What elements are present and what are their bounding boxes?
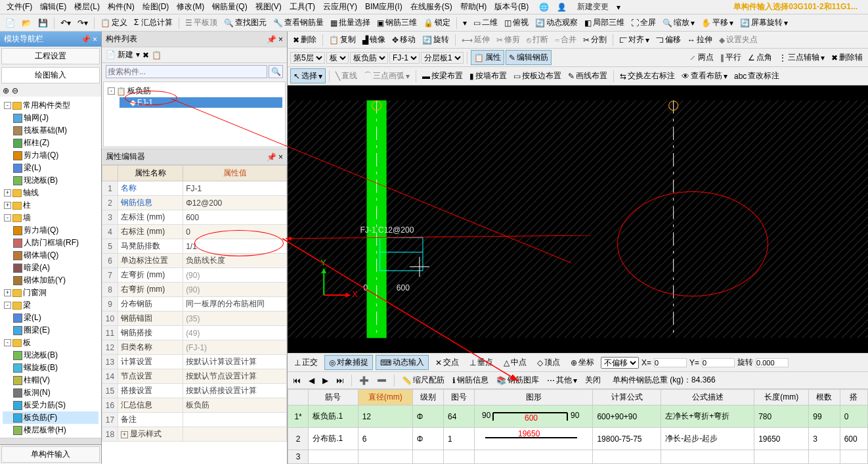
intersect-snap[interactable]: ✕ 交点 [431, 356, 463, 369]
rebar-info-button[interactable]: ℹ 钢筋信息 [450, 373, 491, 387]
ortho-toggle[interactable]: ⊥ 正交 [290, 356, 322, 369]
by-slab-button[interactable]: ▭ 按板边布置 [511, 69, 564, 83]
menu-draw[interactable]: 绘图(D) [139, 0, 173, 14]
copy-icon[interactable]: 📋 [152, 51, 162, 60]
close-button[interactable]: 关闭 [582, 373, 603, 387]
property-row[interactable]: 12归类名称(FJ-1) [102, 340, 287, 355]
tree-item[interactable]: 圈梁(E) [3, 324, 98, 336]
tree-item[interactable]: 现浇板(B) [3, 349, 98, 361]
dropdown-icon[interactable]: ▾ [460, 17, 469, 29]
pin-icon[interactable]: 📌 × [267, 152, 283, 162]
copy-button[interactable]: 📋 复制 [326, 33, 358, 47]
property-row[interactable]: 15搭接设置按默认搭接设置计算 [102, 384, 287, 398]
redo-icon[interactable]: ↷▾ [75, 17, 91, 29]
align-button[interactable]: ⫍ 对齐 ▾ [617, 33, 652, 47]
screen-rotate-button[interactable]: 🔄 屏幕旋转 ▾ [737, 16, 791, 30]
parallel-button[interactable]: ∥ 平行 [718, 51, 744, 64]
rebar-3d-button[interactable]: ▣ 钢筋三维 [374, 16, 420, 30]
item-select[interactable]: FJ-1 [389, 52, 420, 64]
set-clip-button[interactable]: ◆ 设置夹点 [716, 33, 760, 47]
mid-snap[interactable]: △ 中点 [500, 356, 531, 369]
view-rebar-qty-button[interactable]: 🔧 查看钢筋量 [271, 16, 326, 30]
expander-icon[interactable]: + [4, 189, 11, 197]
top-view-button[interactable]: ◫ 俯视 [502, 16, 531, 30]
tree-item[interactable]: + 柱 [3, 199, 98, 212]
zoom-button[interactable]: 🔍 缩放 ▾ [660, 16, 697, 30]
tree-item[interactable]: 暗梁(A) [3, 262, 98, 274]
remove-icon[interactable]: ➖ [374, 375, 389, 386]
mirror-button[interactable]: ▟ 镜像 [360, 33, 388, 47]
nav-first-icon[interactable]: ⏮ [290, 375, 303, 386]
offset-button[interactable]: ⫎ 偏移 [653, 33, 684, 47]
expander-icon[interactable]: - [4, 102, 11, 109]
2d-button[interactable]: ▭ 二维 [471, 16, 500, 30]
component-fj1[interactable]: ◆ FJ-1 [119, 97, 282, 108]
by-wall-button[interactable]: ▮ 按墙布置 [467, 69, 510, 83]
pin-icon[interactable]: 📌 × [81, 35, 97, 44]
expander-icon[interactable]: - [4, 339, 11, 346]
two-point-button[interactable]: ⟋ 两点 [686, 51, 716, 64]
subcategory-select[interactable]: 板负筋 [350, 52, 388, 64]
property-row[interactable]: 18+ 显示样式 [102, 427, 287, 442]
property-row[interactable]: 10钢筋锚固(35) [102, 312, 287, 326]
batch-select-button[interactable]: ▦ 批量选择 [328, 16, 373, 30]
del-aux-button[interactable]: ✖ 删除辅 [829, 51, 865, 64]
select-button[interactable]: ↖ 选择 ▾ [290, 68, 326, 83]
single-input-tab[interactable]: 单构件输入 [1, 446, 100, 463]
tree-item[interactable]: 砌体加筋(Y) [3, 274, 98, 287]
search-input[interactable] [106, 65, 267, 78]
tree-item[interactable]: - 梁 [3, 299, 98, 312]
fullscreen-button[interactable]: ⛶ 全屏 [628, 16, 659, 30]
menu-component[interactable]: 构件(N) [104, 0, 139, 14]
category-select[interactable]: 板 [326, 52, 349, 64]
tree-item[interactable]: - 板 [3, 336, 98, 349]
expand-icon[interactable]: ⊕ [3, 86, 9, 95]
dynamic-observe-button[interactable]: 🔄 动态观察 [532, 16, 580, 30]
tree-item[interactable]: 砌体墙(Q) [3, 249, 98, 262]
tree-item[interactable]: 轴网(J) [3, 112, 98, 124]
tree-item[interactable]: 剪力墙(Q) [3, 224, 98, 237]
sit-snap[interactable]: ⊕ 坐标 [567, 356, 598, 369]
menu-edit[interactable]: 编辑(E) [36, 0, 70, 14]
expander-icon[interactable]: - [4, 214, 11, 221]
menu-tools[interactable]: 工具(T) [286, 0, 319, 14]
tree-item[interactable]: 现浇板(B) [3, 174, 98, 187]
new-component-button[interactable]: 📄 新建 ▾ [106, 49, 140, 60]
undo-icon[interactable]: ↶▾ [58, 17, 74, 29]
property-row[interactable]: 9分布钢筋同一板厚的分布筋相同 [102, 297, 287, 312]
component-instance-tree[interactable]: - 📋 板负筋 ◆ FJ-1 [103, 81, 286, 147]
sigma-button[interactable]: Σ 汇总计算 [131, 16, 175, 30]
split-button[interactable]: ✂ 分割 [580, 33, 609, 47]
property-row[interactable]: 8右弯折 (mm)(90) [102, 283, 287, 297]
expander-icon[interactable]: + [121, 431, 128, 438]
find-button[interactable]: 🔍 查找图元 [221, 16, 269, 30]
menu-rebar[interactable]: 钢筋量(Q) [208, 0, 251, 14]
property-row[interactable]: 1名称FJ-1 [102, 181, 287, 196]
save-icon[interactable]: 💾 [35, 17, 51, 29]
menu-help[interactable]: 帮助(H) [456, 0, 491, 14]
rebar-lib-button[interactable]: 📚 钢筋图库 [494, 373, 542, 387]
tree-item[interactable]: 板受力筋(S) [3, 399, 98, 411]
nav-next-icon[interactable]: ▶ [320, 375, 331, 386]
pin-icon[interactable]: 📌 × [267, 35, 283, 44]
menu-view[interactable]: 视图(V) [251, 0, 286, 14]
merge-button[interactable]: ⎓ 合并 [552, 33, 579, 47]
tree-item[interactable]: 筏板基础(M) [3, 124, 98, 137]
menu-floor[interactable]: 楼层(L) [70, 0, 104, 14]
draw-input-tab[interactable]: 绘图输入 [1, 67, 100, 83]
vertex-snap[interactable]: ◇ 顶点 [533, 356, 564, 369]
by-beam-button[interactable]: ▬ 按梁布置 [420, 69, 466, 83]
tree-item[interactable]: - 常用构件类型 [3, 99, 98, 112]
tree-item[interactable]: 梁(L) [3, 312, 98, 324]
tree-item[interactable]: 剪力墙(Q) [3, 149, 98, 162]
property-grid[interactable]: 属性名称属性值 1名称FJ-12钢筋信息Φ12@2003左标注 (mm)6004… [102, 165, 287, 464]
menu-file[interactable]: 文件(F) [3, 0, 36, 14]
tree-item[interactable]: 板负筋(F) [3, 411, 98, 424]
property-row[interactable]: 17备注 [102, 413, 287, 427]
delete-icon[interactable]: ✖ [142, 51, 149, 60]
rebar-row[interactable]: 2分布筋.16Φ11965019800-75-75净长-起步-起步1965036… [288, 428, 868, 450]
property-row[interactable]: 3左标注 (mm)600 [102, 210, 287, 225]
edit-rebar-button[interactable]: ✎ 编辑钢筋 [506, 50, 552, 65]
expander-icon[interactable]: + [4, 202, 11, 209]
extend-button[interactable]: ⟷ 延伸 [459, 33, 492, 47]
